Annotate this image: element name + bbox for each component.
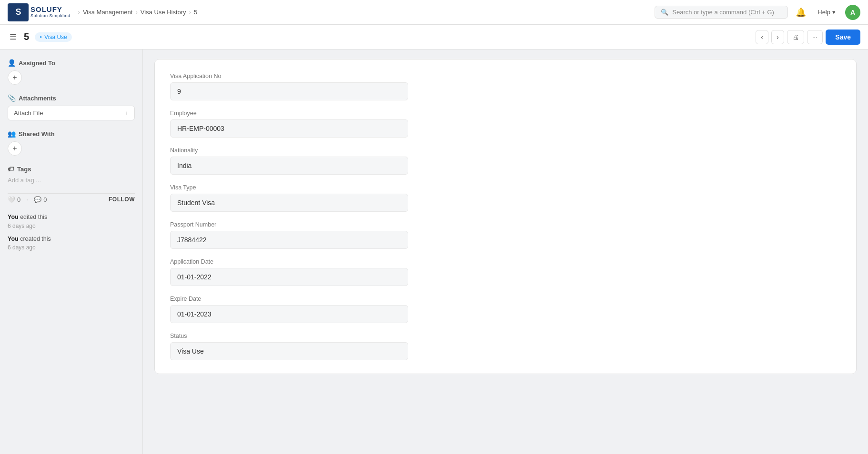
passport-number-group: Passport Number J7884422 [170,221,841,249]
help-label: Help [818,9,830,16]
sidebar: 👤 Assigned To + 📎 Attachments Attach Fil… [0,49,143,454]
comment-icon: 💬 [34,196,41,203]
application-date-label: Application Date [170,258,841,265]
expire-date-field[interactable]: 01-01-2023 [170,305,408,323]
log-actor-0: You [8,214,19,220]
avatar[interactable]: A [845,5,860,20]
top-navigation: S SOLUFY Solution Simplified › Visa Mana… [0,0,868,25]
nav-right: 🔍 Search or type a command (Ctrl + G) 🔔 … [655,5,860,20]
likes-item[interactable]: 🤍 0 [8,196,20,203]
employee-label: Employee [170,110,841,117]
subheader-actions: ‹ › 🖨 ··· Save [756,30,860,45]
assigned-to-title: 👤 Assigned To [8,59,135,67]
add-assigned-to-button[interactable]: + [8,70,22,85]
breadcrumb-visa-management[interactable]: Visa Management [83,9,133,16]
application-date-group: Application Date 01-01-2022 [170,258,841,286]
breadcrumb-sep-1: › [135,9,137,16]
status-group: Status Visa Use [170,333,841,360]
log-entries: You edited this 6 days ago You created t… [8,213,135,252]
logo-icon: S [8,3,29,21]
employee-field[interactable]: HR-EMP-00003 [170,119,408,138]
status-badge: Visa Use [35,32,72,42]
visa-type-label: Visa Type [170,184,841,191]
follow-button[interactable]: FOLLOW [109,196,135,203]
logo: S SOLUFY Solution Simplified [8,3,71,21]
save-button[interactable]: Save [826,30,860,45]
print-button[interactable]: 🖨 [787,30,804,44]
add-shared-with-button[interactable]: + [8,141,22,156]
log-action-1: created this [20,236,51,242]
chevron-down-icon: ▾ [832,9,836,16]
visa-application-no-label: Visa Application No [170,73,841,79]
likes-count: 0 [17,196,20,203]
breadcrumb-sep-2: › [189,9,191,16]
search-icon: 🔍 [661,9,668,16]
attach-file-label: Attach File [14,109,43,117]
group-icon: 👥 [8,130,16,138]
nationality-label: Nationality [170,147,841,154]
assigned-to-section: 👤 Assigned To + [8,59,135,85]
nationality-group: Nationality India [170,147,841,175]
nationality-field[interactable]: India [170,157,408,175]
form-card: Visa Application No 9 Employee HR-EMP-00… [154,59,857,374]
attach-file-button[interactable]: Attach File + [8,106,135,120]
status-label: Status [170,333,841,339]
attachments-section: 📎 Attachments Attach File + [8,94,135,120]
paperclip-icon: 📎 [8,94,16,102]
comments-count: 0 [43,196,47,203]
activity-row: 🤍 0 · 💬 0 FOLLOW [8,193,135,203]
help-button[interactable]: Help ▾ [814,7,839,18]
tags-section: 🏷 Tags Add a tag ... [8,165,135,184]
breadcrumb-visa-use-history[interactable]: Visa Use History [141,9,186,16]
comments-item[interactable]: 💬 0 [34,196,47,203]
record-id: 5 [24,31,29,42]
log-time-1: 6 days ago [8,244,36,251]
visa-application-no-field[interactable]: 9 [170,82,408,100]
log-time-0: 6 days ago [8,223,36,229]
log-entry-1: You created this 6 days ago [8,235,135,253]
person-icon: 👤 [8,59,16,67]
tags-title: 🏷 Tags [8,165,135,173]
passport-number-label: Passport Number [170,221,841,228]
visa-type-field[interactable]: Student Visa [170,194,408,212]
next-button[interactable]: › [771,30,784,44]
heart-icon: 🤍 [8,196,15,203]
breadcrumb-record-id[interactable]: 5 [194,9,197,16]
search-box[interactable]: 🔍 Search or type a command (Ctrl + G) [655,6,788,19]
search-placeholder: Search or type a command (Ctrl + G) [672,9,774,16]
logo-text: SOLUFY Solution Simplified [30,6,71,18]
log-entry-0: You edited this 6 days ago [8,213,135,231]
application-date-field[interactable]: 01-01-2022 [170,268,408,286]
shared-with-section: 👥 Shared With + [8,130,135,156]
previous-button[interactable]: ‹ [756,30,768,44]
log-action-0: edited this [20,214,47,220]
employee-group: Employee HR-EMP-00003 [170,110,841,138]
breadcrumb: › Visa Management › Visa Use History › 5 [78,9,198,16]
sub-header: ☰ 5 Visa Use ‹ › 🖨 ··· Save [0,25,868,49]
main-layout: 👤 Assigned To + 📎 Attachments Attach Fil… [0,49,868,454]
more-options-button[interactable]: ··· [807,30,823,44]
visa-type-group: Visa Type Student Visa [170,184,841,212]
status-field[interactable]: Visa Use [170,342,408,360]
hamburger-button[interactable]: ☰ [8,30,18,43]
dot-separator: · [26,196,28,203]
expire-date-label: Expire Date [170,296,841,302]
brand-tagline: Solution Simplified [30,14,71,19]
plus-icon: + [125,109,129,117]
visa-application-no-group: Visa Application No 9 [170,73,841,100]
status-badge-label: Visa Use [44,34,67,40]
expire-date-group: Expire Date 01-01-2023 [170,296,841,323]
tag-icon: 🏷 [8,165,14,173]
tag-placeholder[interactable]: Add a tag ... [8,177,135,184]
notification-bell-button[interactable]: 🔔 [794,5,808,20]
content-area: Visa Application No 9 Employee HR-EMP-00… [143,49,868,454]
breadcrumb-sep-0: › [78,9,80,16]
passport-number-field[interactable]: J7884422 [170,231,408,249]
brand-name: SOLUFY [30,6,71,14]
shared-with-title: 👥 Shared With [8,130,135,138]
log-actor-1: You [8,236,19,242]
attachments-title: 📎 Attachments [8,94,135,102]
